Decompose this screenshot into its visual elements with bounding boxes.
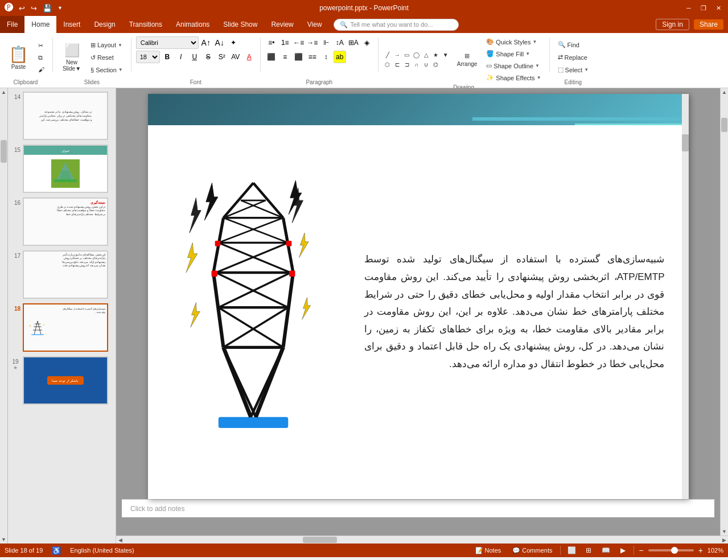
h-scroll-track[interactable]	[124, 536, 720, 543]
replace-button[interactable]: ⇄ Replace	[554, 52, 593, 63]
text-direction-button[interactable]: ↕A	[334, 36, 346, 49]
menu-view[interactable]: View	[301, 16, 329, 33]
clear-format-icon[interactable]: ✦	[227, 36, 240, 49]
slide-scrollbar[interactable]	[682, 94, 689, 499]
arrange-button[interactable]: ⊞ Arrange	[454, 46, 481, 74]
shape-arrow[interactable]: →	[393, 51, 402, 60]
bold-button[interactable]: B	[161, 51, 174, 63]
find-button[interactable]: 🔍 Find	[554, 39, 593, 50]
section-button[interactable]: § Section ▼	[87, 65, 126, 75]
char-spacing-button[interactable]: AV	[229, 51, 242, 63]
slide-canvas-area[interactable]: شبیه‌سازی‌های گسترده با استفاده از سیگنا…	[116, 88, 720, 536]
new-slide-button[interactable]: ⬜ NewSlide▼	[57, 41, 86, 74]
save-button[interactable]: 💾	[41, 3, 54, 14]
shape-star[interactable]: ★	[431, 51, 441, 60]
scroll-track[interactable]	[0, 96, 7, 536]
restore-button[interactable]: ❐	[698, 3, 709, 13]
qa-dropdown-button[interactable]: ▼	[56, 4, 64, 12]
format-painter-button[interactable]: 🖌	[35, 64, 48, 75]
increase-indent-button[interactable]: →≡	[306, 36, 319, 49]
shape-fill-button[interactable]: 🪣 Shape Fill ▼	[483, 48, 544, 59]
horiz-scrollbar[interactable]: ◀ ▶	[116, 536, 728, 543]
shape-triangle[interactable]: △	[422, 51, 431, 60]
slide-panel-scrollbar[interactable]: ▲ ▼	[0, 88, 8, 543]
shape-outline-button[interactable]: ▭ Shape Outline ▼	[483, 60, 544, 71]
h-scroll-thumb[interactable]	[303, 537, 337, 543]
menu-review[interactable]: Review	[264, 16, 300, 33]
underline-button[interactable]: U	[188, 51, 201, 63]
menu-animations[interactable]: Animations	[169, 16, 216, 33]
quick-styles-button[interactable]: 🎨 Quick Styles ▼	[483, 36, 544, 47]
strikethrough-button[interactable]: S	[202, 51, 215, 63]
menu-file[interactable]: File	[0, 16, 24, 33]
scroll-up-arrow[interactable]: ▲	[0, 88, 8, 96]
cut-button[interactable]: ✂	[35, 40, 48, 51]
shape-line[interactable]: ╱	[383, 51, 392, 60]
slide-sorter-button[interactable]: ⊞	[582, 545, 595, 555]
slide-thumb-19[interactable]: 19 ★ باشکر از توجه شما	[8, 355, 116, 406]
main-scroll-up-arrow[interactable]: ▲	[721, 88, 729, 96]
tell-me-input[interactable]: 🔍 Tell me what you want to do...	[334, 19, 459, 31]
menu-home[interactable]: Home	[24, 16, 56, 33]
line-spacing-button[interactable]: ↕	[320, 51, 332, 63]
copy-button[interactable]: ⧉	[35, 52, 48, 63]
main-scroll-down-arrow[interactable]: ▼	[721, 528, 729, 536]
slide-thumb-17[interactable]: 17 این بخش مطالعه‌ای جامع درباره تأثیر پ…	[8, 249, 116, 300]
h-scroll-right-arrow[interactable]: ▶	[720, 536, 728, 544]
shape-rect[interactable]: ▭	[402, 51, 412, 60]
justify-button[interactable]: ≡≡	[306, 51, 319, 63]
zoom-thumb[interactable]	[671, 547, 678, 554]
slide-text-content[interactable]: شبیه‌سازی‌های گسترده با استفاده از سیگنا…	[359, 125, 682, 499]
main-right-scrollbar[interactable]: ▲ ▼	[720, 88, 728, 536]
main-scroll-thumb[interactable]	[721, 118, 727, 132]
slide-canvas[interactable]: شبیه‌سازی‌های گسترده با استفاده از سیگنا…	[148, 94, 689, 499]
minimize-button[interactable]: ─	[684, 3, 694, 13]
highlight-button[interactable]: ab	[334, 51, 346, 63]
undo-button[interactable]: ↩	[17, 3, 27, 14]
slideshow-view-button[interactable]: ▶	[616, 545, 629, 555]
font-size-up-icon[interactable]: A↑	[200, 36, 212, 49]
decrease-indent-button[interactable]: ←≡	[293, 36, 305, 49]
font-family-select[interactable]: Calibri	[136, 36, 199, 49]
shape-oval[interactable]: ◯	[412, 51, 421, 60]
align-text-button[interactable]: ⊞A	[347, 36, 360, 49]
menu-insert[interactable]: Insert	[56, 16, 87, 33]
font-size-select[interactable]: 18	[136, 51, 160, 63]
zoom-slider[interactable]	[648, 549, 694, 551]
bullets-button[interactable]: ≡•	[265, 36, 278, 49]
align-right-button[interactable]: ⬛	[293, 51, 305, 63]
menu-design[interactable]: Design	[87, 16, 122, 33]
main-scroll-track[interactable]	[721, 96, 728, 528]
zoom-in-button[interactable]: +	[698, 546, 703, 555]
numbering-button[interactable]: 1≡	[279, 36, 291, 49]
paste-button[interactable]: 📋 Paste	[3, 40, 34, 75]
shape-effects-button[interactable]: ✨ Shape Effects ▼	[483, 72, 544, 83]
scroll-thumb[interactable]	[1, 140, 7, 163]
italic-button[interactable]: I	[175, 51, 187, 63]
shape-4[interactable]: ⬡	[383, 60, 392, 69]
shape-5[interactable]: ⊏	[393, 60, 402, 69]
h-scroll-left-arrow[interactable]: ◀	[116, 536, 124, 544]
zoom-out-button[interactable]: −	[639, 546, 643, 555]
font-size-down-icon[interactable]: A↓	[213, 36, 226, 49]
scroll-down-arrow[interactable]: ▼	[0, 536, 8, 543]
share-button[interactable]: Share	[694, 19, 723, 30]
menu-transitions[interactable]: Transitions	[122, 16, 169, 33]
slide-thumb-16[interactable]: 16 نتیجه‌گیری در این بخش، روش پیشنهادی ش…	[8, 196, 116, 247]
menu-slideshow[interactable]: Slide Show	[216, 16, 264, 33]
notes-area[interactable]: Click to add notes	[122, 499, 714, 517]
select-button[interactable]: ⬚ Select ▼	[554, 64, 593, 75]
shape-more[interactable]: ▼	[441, 51, 450, 60]
align-center-button[interactable]: ≡	[279, 51, 291, 63]
close-button[interactable]: ✕	[713, 3, 723, 13]
comments-button[interactable]: 💬 Comments	[509, 545, 556, 556]
slide-thumb-18[interactable]: 18	[8, 302, 116, 353]
redo-button[interactable]: ↪	[29, 3, 39, 14]
col-button[interactable]: ⊩	[320, 36, 332, 49]
shape-6[interactable]: ⊐	[402, 60, 412, 69]
layout-button[interactable]: ⊞ Layout ▼	[87, 40, 126, 51]
shape-9[interactable]: ⌬	[431, 60, 441, 69]
smartart-button[interactable]: ◈	[361, 36, 373, 49]
signin-button[interactable]: Sign in	[656, 19, 689, 30]
text-shadow-button[interactable]: S²	[216, 51, 228, 63]
